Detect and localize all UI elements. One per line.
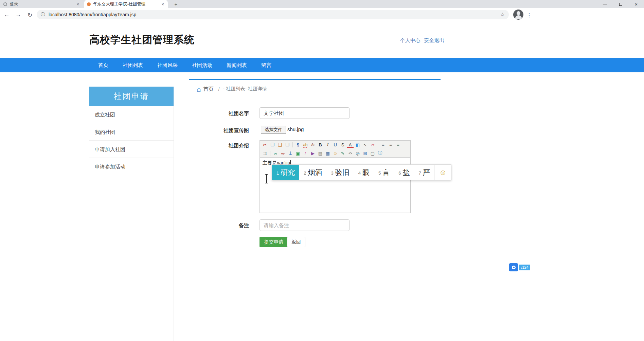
font-size-icon[interactable]: A↕ bbox=[309, 141, 316, 148]
paste-icon[interactable]: ❑ bbox=[276, 141, 283, 148]
eraser-icon[interactable]: ▱ bbox=[369, 141, 376, 148]
back-button[interactable]: ← bbox=[3, 11, 11, 19]
sidebar-title: 社团申请 bbox=[89, 87, 174, 106]
editor-toolbar-row2: ⇉∞∞⚓▣ƒ▶▤▦☺✎<>◎⊟▢ⓘ bbox=[260, 149, 410, 157]
club-name-input[interactable] bbox=[260, 107, 350, 119]
underline-icon[interactable]: U bbox=[332, 141, 339, 148]
justify-icon[interactable]: ≡ bbox=[380, 141, 387, 148]
nav-item-messages[interactable]: 留言 bbox=[254, 58, 279, 72]
ime-candidate[interactable]: 6盐 bbox=[394, 165, 414, 180]
candidate-text: 研究 bbox=[281, 168, 295, 177]
sidebar-item-apply-join-club[interactable]: 申请加入社团 bbox=[89, 141, 174, 158]
minimize-button[interactable]: — bbox=[597, 0, 613, 8]
file-icon[interactable]: ▤ bbox=[317, 150, 324, 157]
breadcrumb: ⌂ 首页 / - 社团列表- 社团详情 bbox=[197, 85, 267, 93]
flash-icon[interactable]: ƒ bbox=[302, 150, 309, 157]
sidebar: 社团申请 成立社团 我的社团 申请加入社团 申请参加活动 bbox=[89, 87, 174, 341]
breadcrumb-home-link[interactable]: 首页 bbox=[203, 86, 214, 92]
club-image-label: 社团宣传图 bbox=[189, 127, 249, 134]
bookmark-star-icon[interactable]: ☆ bbox=[500, 12, 505, 18]
editor-toolbar: ✂❐❑❒¶abA↕BIUSA◧↖▱≡≡≡ ⇉∞∞⚓▣ƒ▶▤▦☺✎<>◎⊟▢ⓘ bbox=[260, 141, 410, 158]
avatar-body-shape bbox=[515, 15, 522, 19]
unlink-icon[interactable]: ∞ bbox=[280, 150, 286, 157]
spellcheck-icon[interactable]: ab bbox=[302, 141, 309, 148]
candidate-number: 2 bbox=[304, 170, 306, 176]
tab-login[interactable]: 登录 × bbox=[1, 0, 83, 8]
text-color-icon[interactable]: A bbox=[347, 142, 354, 148]
preview-icon[interactable]: ◎ bbox=[354, 150, 361, 157]
about-icon[interactable]: ⓘ bbox=[377, 150, 383, 157]
sidebar-item-create-club[interactable]: 成立社团 bbox=[89, 106, 174, 123]
browser-tab-strip: 登录 × 华东交大理工学院-社团管理 × + — × bbox=[0, 0, 644, 8]
edit-form-icon[interactable]: ✎ bbox=[339, 150, 346, 157]
image-icon[interactable]: ▣ bbox=[294, 150, 301, 157]
nav-item-club-showcase[interactable]: 社团风采 bbox=[150, 58, 185, 72]
bold-icon[interactable]: B bbox=[317, 141, 324, 148]
profile-avatar[interactable] bbox=[513, 10, 523, 20]
tab-favicon bbox=[87, 2, 91, 6]
paragraph-format-icon[interactable]: ¶ bbox=[294, 141, 301, 148]
candidate-text: 言 bbox=[382, 168, 390, 177]
page-info-icon[interactable]: ⓘ bbox=[41, 12, 45, 18]
profile-center-link[interactable]: 个人中心 bbox=[400, 37, 421, 43]
highlight-color-icon[interactable]: ◧ bbox=[354, 141, 361, 148]
copy-icon[interactable]: ❐ bbox=[269, 141, 276, 148]
media-icon[interactable]: ▶ bbox=[309, 150, 316, 157]
candidate-text: 盐 bbox=[402, 168, 410, 177]
maximize-button[interactable] bbox=[613, 0, 628, 8]
choose-file-button[interactable]: 选择文件 bbox=[261, 126, 286, 134]
print-icon[interactable]: ⊟ bbox=[362, 150, 369, 157]
nav-item-club-list[interactable]: 社团列表 bbox=[115, 58, 150, 72]
reload-button[interactable]: ↻ bbox=[26, 11, 34, 19]
ime-candidate[interactable]: 5言 bbox=[374, 165, 394, 180]
candidate-number: 7 bbox=[418, 170, 421, 176]
browser-menu-icon[interactable]: ⋮ bbox=[526, 11, 532, 19]
tab-close-icon[interactable]: × bbox=[160, 2, 165, 7]
logout-link[interactable]: 安全退出 bbox=[424, 37, 444, 43]
table-icon[interactable]: ▦ bbox=[324, 150, 331, 157]
nav-item-home[interactable]: 首页 bbox=[91, 58, 115, 72]
candidate-number: 5 bbox=[378, 170, 381, 176]
nav-item-news-list[interactable]: 新闻列表 bbox=[219, 58, 254, 72]
strikethrough-icon[interactable]: S bbox=[339, 141, 346, 148]
toolbar-separator bbox=[292, 142, 293, 147]
submit-button[interactable]: 提交申请 bbox=[260, 237, 288, 247]
anchor-icon[interactable]: ⚓ bbox=[287, 150, 294, 157]
close-window-button[interactable]: × bbox=[628, 0, 644, 8]
sidebar-item-my-clubs[interactable]: 我的社团 bbox=[89, 123, 174, 141]
ime-emoji-button[interactable]: ☺ bbox=[434, 165, 451, 180]
fullscreen-icon[interactable]: ▢ bbox=[369, 150, 376, 157]
download-count-badge[interactable]: ↓124 bbox=[519, 265, 530, 270]
emoticon-icon[interactable]: ☺ bbox=[332, 150, 339, 157]
link-icon[interactable]: ∞ bbox=[272, 150, 279, 157]
breadcrumb-trail: - 社团列表- 社团详情 bbox=[223, 86, 267, 92]
back-form-button[interactable]: 返回 bbox=[287, 237, 305, 247]
content-panel: ⌂ 首页 / - 社团列表- 社团详情 社团名字 社团宣传图 选择文件 shu.… bbox=[189, 79, 441, 283]
ime-candidate[interactable]: 1研究 bbox=[272, 165, 299, 180]
note-input[interactable] bbox=[260, 219, 350, 231]
ime-candidate[interactable]: 7严 bbox=[414, 165, 434, 180]
unordered-list-icon[interactable]: ≡ bbox=[387, 141, 394, 148]
tab-club-management[interactable]: 华东交大理工学院-社团管理 × bbox=[84, 0, 168, 8]
word-paste-icon[interactable]: ❒ bbox=[284, 141, 291, 148]
sidebar-item-apply-join-activity[interactable]: 申请参加活动 bbox=[89, 158, 174, 175]
indent-icon[interactable]: ⇉ bbox=[262, 150, 268, 157]
url-text[interactable]: localhost:8080/team/front/applayTeam.jsp bbox=[49, 12, 498, 17]
forward-button[interactable]: → bbox=[14, 11, 22, 19]
italic-icon[interactable]: I bbox=[324, 141, 331, 148]
nav-item-club-activities[interactable]: 社团活动 bbox=[185, 58, 219, 72]
cut-icon[interactable]: ✂ bbox=[262, 141, 268, 148]
select-all-icon[interactable]: ↖ bbox=[362, 141, 369, 148]
ime-candidate[interactable]: 2烟酒 bbox=[299, 165, 326, 180]
code-icon[interactable]: <> bbox=[347, 150, 354, 157]
ime-candidate-bar: 1研究2烟酒3验旧4眼5言6盐7严 ☺ bbox=[272, 164, 451, 180]
uploaded-file-name: shu.jpg bbox=[287, 126, 304, 132]
tab-close-icon[interactable]: × bbox=[75, 2, 80, 7]
ime-candidate[interactable]: 3验旧 bbox=[326, 165, 354, 180]
browser-window: 登录 × 华东交大理工学院-社团管理 × + — × ← → ↻ ⓘ local… bbox=[0, 0, 644, 341]
address-bar[interactable]: ⓘ localhost:8080/team/front/applayTeam.j… bbox=[37, 10, 509, 19]
new-tab-button[interactable]: + bbox=[172, 1, 180, 7]
download-manager-icon[interactable] bbox=[509, 263, 518, 271]
ordered-list-icon[interactable]: ≡ bbox=[395, 141, 401, 148]
ime-candidate[interactable]: 4眼 bbox=[354, 165, 374, 180]
